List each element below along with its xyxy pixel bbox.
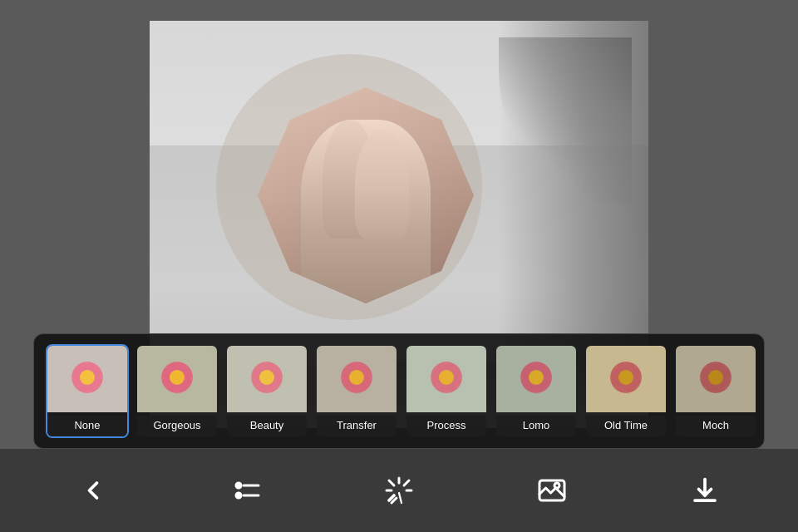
filter-strip: None Gorgeous Beauty Transfer Process Lo… bbox=[33, 333, 765, 449]
filter-label-lomo: Lomo bbox=[496, 416, 576, 436]
filter-item-transfer[interactable]: Transfer bbox=[315, 344, 398, 438]
filter-label-process: Process bbox=[406, 416, 486, 436]
filter-item-beauty[interactable]: Beauty bbox=[225, 344, 308, 438]
filter-label-oldtime: Old Time bbox=[586, 416, 666, 436]
svg-point-17 bbox=[170, 370, 185, 385]
svg-point-44 bbox=[439, 370, 454, 385]
filter-item-gorgeous[interactable]: Gorgeous bbox=[135, 344, 219, 438]
download-button[interactable] bbox=[680, 466, 730, 515]
filter-item-lomo[interactable]: Lomo bbox=[495, 344, 578, 438]
filter-item-none[interactable]: None bbox=[46, 344, 129, 438]
filter-strip-container: None Gorgeous Beauty Transfer Process Lo… bbox=[33, 333, 765, 449]
svg-point-26 bbox=[259, 370, 274, 385]
svg-point-8 bbox=[80, 370, 95, 385]
filter-item-oldtime[interactable]: Old Time bbox=[584, 344, 667, 438]
svg-line-78 bbox=[389, 480, 394, 485]
svg-point-73 bbox=[236, 493, 241, 498]
svg-point-62 bbox=[618, 370, 633, 385]
svg-point-72 bbox=[236, 483, 241, 488]
couple-silhouette bbox=[258, 87, 474, 303]
svg-line-77 bbox=[404, 480, 409, 485]
filter-label-transfer: Transfer bbox=[317, 416, 397, 436]
filter-item-moch[interactable]: Moch bbox=[674, 344, 757, 438]
bottom-toolbar bbox=[0, 449, 798, 532]
gallery-button[interactable] bbox=[527, 466, 577, 515]
effects-button[interactable] bbox=[374, 466, 424, 515]
filter-label-moch: Moch bbox=[676, 416, 756, 436]
filter-label-gorgeous: Gorgeous bbox=[137, 416, 217, 436]
back-button[interactable] bbox=[68, 466, 118, 515]
filter-item-process[interactable]: Process bbox=[405, 344, 488, 438]
svg-point-53 bbox=[529, 370, 544, 385]
svg-point-82 bbox=[554, 483, 559, 488]
filter-label-none: None bbox=[47, 416, 127, 436]
layers-button[interactable] bbox=[221, 466, 271, 515]
filter-label-beauty: Beauty bbox=[227, 416, 307, 436]
couple-photo bbox=[258, 87, 474, 303]
svg-point-35 bbox=[349, 370, 364, 385]
svg-point-71 bbox=[708, 370, 723, 385]
